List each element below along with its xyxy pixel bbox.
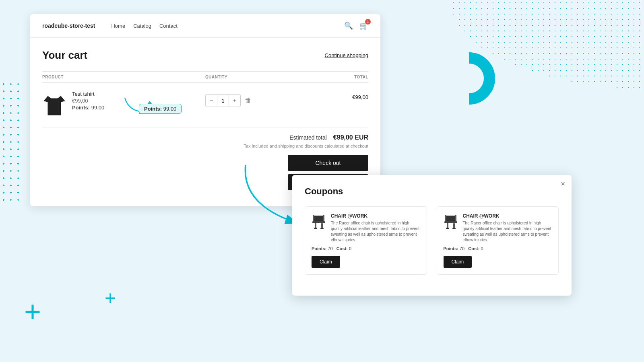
coupon-header-1: CHAIR @WORK The Racer office chair is up… [312,213,420,243]
coupon-card-1: CHAIR @WORK The Racer office chair is up… [305,206,427,275]
store-nav: Home Catalog Contact [111,23,177,29]
nav-home[interactable]: Home [111,23,125,29]
qty-input[interactable] [217,95,229,107]
claim-button-2[interactable]: Claim [444,256,472,268]
cart-badge: 1 [365,19,371,25]
chair-icon-2 [444,213,458,232]
col-quantity-header: QUANTITY [205,75,314,79]
svg-rect-2 [314,216,324,221]
coupon-card-2: CHAIR @WORK The Racer office chair is up… [437,206,559,275]
chair-svg-1 [312,213,326,230]
svg-rect-13 [444,221,457,223]
svg-rect-16 [446,228,449,229]
coupon-desc-1: The Racer office chair is upholstered in… [331,220,420,243]
cart-icon[interactable]: 🛒 1 [359,21,368,30]
coupon-header-2: CHAIR @WORK The Racer office chair is up… [444,213,552,243]
store-logo: roadcube-store-test [42,23,95,29]
coupon-info-1: CHAIR @WORK The Racer office chair is up… [331,213,420,243]
coupon-meta-2: Points: 70 Cost: 0 [444,246,552,251]
continue-shopping-link[interactable]: Continue shopping [325,52,368,58]
cart-item: Test tshirt €99,00 Points: 99.00 [42,83,368,128]
coupon-title-2: CHAIR @WORK [463,213,552,219]
coupon-info-2: CHAIR @WORK The Racer office chair is up… [463,213,552,243]
modal-close-button[interactable]: × [561,180,565,188]
checkout-button[interactable]: Check out [288,155,368,171]
estimated-label: Estimated total [289,134,327,141]
product-image [42,91,66,119]
chair-icon-1 [312,213,326,232]
nav-catalog[interactable]: Catalog [133,23,151,29]
delete-item-button[interactable]: 🗑 [245,97,251,104]
coupon-title-1: CHAIR @WORK [331,213,420,219]
quantity-col: − + 🗑 [205,91,314,107]
search-icon[interactable]: 🔍 [344,21,353,30]
estimated-total-row: Estimated total €99,00 EUR [42,134,368,141]
modal-title: Coupons [305,186,559,197]
background-plus-small: + [105,288,116,308]
col-product-header: PRODUCT [42,75,205,79]
product-points: Points: 99.00 [72,105,104,111]
background-dots-left [0,80,24,201]
cart-summary: Estimated total €99,00 EUR Tax included … [30,128,380,148]
svg-rect-17 [452,228,456,229]
product-info: Test tshirt €99,00 Points: 99.00 [72,91,104,111]
coupon-desc-2: The Racer office chair is upholstered in… [463,220,552,243]
coupons-grid: CHAIR @WORK The Racer office chair is up… [305,206,559,275]
svg-rect-10 [446,216,456,221]
cart-header-row: Your cart Continue shopping [42,49,368,62]
tax-note: Tax included and shipping and discounts … [42,144,368,148]
qty-decrease-button[interactable]: − [206,95,217,107]
header-icons: 🔍 🛒 1 [344,21,368,30]
product-price: €99,00 [72,98,104,104]
svg-marker-0 [44,96,65,115]
cart-content: Your cart Continue shopping PRODUCT QUAN… [30,38,380,128]
nav-contact[interactable]: Contact [159,23,178,29]
coupons-modal: × Coupons [292,175,572,296]
store-header: roadcube-store-test Home Catalog Contact… [30,14,380,38]
qty-increase-button[interactable]: + [229,95,240,107]
cart-title: Your cart [42,49,87,62]
coupon-meta-1: Points: 70 Cost: 0 [312,246,420,251]
tshirt-svg [44,93,65,117]
svg-rect-8 [314,228,317,229]
svg-rect-5 [312,221,325,223]
cart-table-header: PRODUCT QUANTITY TOTAL [42,71,368,83]
claim-button-1[interactable]: Claim [312,256,340,268]
svg-rect-9 [320,228,324,229]
chair-svg-2 [444,213,458,230]
product-name: Test tshirt [72,91,104,97]
background-plus-large: + [24,297,41,326]
item-total: €99,00 [314,91,368,100]
background-circle [443,52,495,105]
estimated-value: €99,00 EUR [333,134,368,141]
col-total-header: TOTAL [314,75,368,79]
points-tooltip: Points: 99.00 [139,104,182,114]
qty-controls: − + [205,94,241,107]
